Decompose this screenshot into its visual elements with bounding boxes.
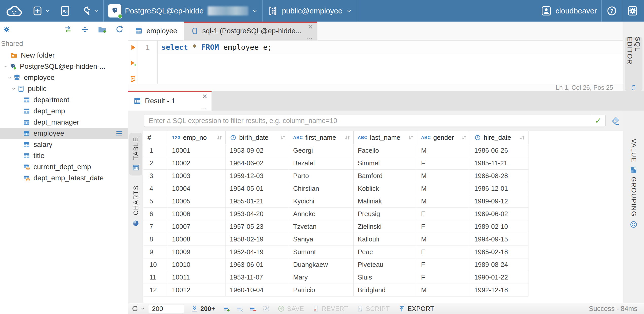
row-number-cell[interactable]: 11: [143, 271, 168, 284]
data-cell[interactable]: Piveteau: [354, 258, 417, 271]
user-menu-button[interactable]: cloudbeaver: [536, 0, 601, 22]
export-button[interactable]: EXPORT: [398, 305, 434, 312]
data-cell[interactable]: 1986-12-01: [470, 182, 528, 195]
tab-menu-icon[interactable]: …: [201, 104, 207, 110]
data-cell[interactable]: Koblick: [354, 182, 417, 195]
new-connection-button[interactable]: [27, 0, 55, 22]
data-cell[interactable]: 1989-08-24: [470, 258, 528, 271]
filter-input[interactable]: [144, 115, 591, 127]
chevron-down-icon[interactable]: [10, 86, 17, 92]
settings-button[interactable]: [622, 0, 644, 22]
column-header-rownum[interactable]: #: [143, 131, 168, 144]
data-cell[interactable]: Bezalel: [289, 157, 354, 170]
data-cell[interactable]: Zielinski: [354, 220, 417, 233]
data-cell[interactable]: 10008: [168, 233, 226, 246]
data-cell[interactable]: Anneke: [289, 208, 354, 220]
revert-button[interactable]: REVERT: [312, 305, 348, 312]
panel-tab-value[interactable]: VALUE: [623, 139, 644, 174]
navigator-settings-button[interactable]: [2, 25, 11, 34]
data-cell[interactable]: Bridgland: [354, 284, 417, 296]
column-header-emp_no[interactable]: 123emp_no: [168, 131, 226, 144]
data-cell[interactable]: 10012: [168, 284, 226, 296]
add-row-button[interactable]: [223, 305, 230, 312]
data-cell[interactable]: 10005: [168, 195, 226, 208]
data-cell[interactable]: 1953-09-02: [226, 144, 289, 157]
refresh-tree-button[interactable]: [115, 25, 124, 34]
data-cell[interactable]: Facello: [354, 144, 417, 157]
data-cell[interactable]: 1957-05-23: [226, 220, 289, 233]
result-tab[interactable]: Result - 1 ✕ …: [128, 91, 212, 111]
data-cell[interactable]: 10010: [168, 258, 226, 271]
data-cell[interactable]: 10011: [168, 271, 226, 284]
row-limit-input[interactable]: [149, 305, 184, 313]
connection-selector[interactable]: PostgreSQL@ep-hidde: [104, 0, 262, 22]
execute-new-tab-button[interactable]: [129, 59, 137, 67]
fetch-more-button[interactable]: 200+: [191, 305, 215, 312]
tree-item-current-dept-emp[interactable]: current_dept_emp: [0, 161, 128, 172]
column-header-birth_date[interactable]: birth_date: [226, 131, 289, 144]
data-cell[interactable]: Patricio: [289, 284, 354, 296]
data-cell[interactable]: Preusig: [354, 208, 417, 220]
row-number-cell[interactable]: 3: [143, 170, 168, 182]
column-header-hire_date[interactable]: hire_date: [470, 131, 528, 144]
batch-edit-button[interactable]: [262, 305, 270, 312]
data-cell[interactable]: Sluis: [354, 271, 417, 284]
data-cell[interactable]: Sumant: [289, 246, 354, 258]
data-cell[interactable]: 10001: [168, 144, 226, 157]
tree-item-dept-emp[interactable]: dept_emp: [0, 106, 128, 117]
tab-sql-editor[interactable]: SQL EDITOR: [625, 37, 642, 91]
driver-manager-button[interactable]: [75, 0, 103, 22]
data-cell[interactable]: Saniya: [289, 233, 354, 246]
close-icon[interactable]: ✕: [308, 24, 313, 30]
presentation-tab-table[interactable]: TABLE: [129, 133, 142, 176]
data-cell[interactable]: Parto: [289, 170, 354, 182]
tree-item-title[interactable]: title: [0, 150, 128, 161]
sync-connection-button[interactable]: [63, 25, 72, 34]
data-cell[interactable]: 1955-01-21: [226, 195, 289, 208]
column-header-first_name[interactable]: ABCfirst_name: [289, 131, 354, 144]
data-cell[interactable]: Maliniak: [354, 195, 417, 208]
data-cell[interactable]: F: [417, 220, 470, 233]
row-menu-icon[interactable]: [115, 129, 123, 137]
sql-editor[interactable]: 1 select * FROM employee e;: [128, 41, 623, 84]
tab-menu-icon[interactable]: …: [307, 34, 313, 40]
execute-query-button[interactable]: [129, 44, 137, 51]
chevron-down-icon[interactable]: [6, 75, 13, 81]
tree-item-postgresql-ep-hidden-[interactable]: PostgreSQL@ep-hidden-...: [0, 61, 128, 72]
tree-item-dept-emp-latest-date[interactable]: dept_emp_latest_date: [0, 172, 128, 184]
apply-filter-button[interactable]: ✓: [591, 115, 605, 127]
data-cell[interactable]: 1990-01-22: [470, 271, 528, 284]
row-number-cell[interactable]: 5: [143, 195, 168, 208]
script-button[interactable]: SCRIPT: [356, 305, 390, 312]
sql-editor-button[interactable]: SQL: [55, 0, 75, 22]
delete-row-button[interactable]: [249, 305, 257, 312]
data-cell[interactable]: F: [417, 246, 470, 258]
data-cell[interactable]: Kalloufi: [354, 233, 417, 246]
data-cell[interactable]: 10006: [168, 208, 226, 220]
data-cell[interactable]: 1963-06-01: [226, 258, 289, 271]
data-cell[interactable]: 1989-06-02: [470, 208, 528, 220]
data-cell[interactable]: 10004: [168, 182, 226, 195]
data-cell[interactable]: 1954-05-01: [226, 182, 289, 195]
data-cell[interactable]: 1989-02-10: [470, 220, 528, 233]
code-line-1[interactable]: select * FROM employee e;: [158, 41, 623, 54]
data-cell[interactable]: 1989-09-12: [470, 195, 528, 208]
data-cell[interactable]: 1992-12-18: [470, 284, 528, 296]
tree-item-employee[interactable]: employee: [0, 128, 128, 139]
column-header-gender[interactable]: ABCgender: [417, 131, 470, 144]
clear-filter-button[interactable]: [610, 116, 620, 126]
code-area[interactable]: select * FROM employee e;: [158, 41, 623, 84]
tab-sql-1[interactable]: sql-1 (PostgreSQL@ep-hidde...✕…: [184, 22, 317, 40]
duplicate-row-button[interactable]: (+): [236, 305, 243, 312]
data-cell[interactable]: F: [417, 157, 470, 170]
data-cell[interactable]: Tzvetan: [289, 220, 354, 233]
data-cell[interactable]: 1960-10-04: [226, 284, 289, 296]
data-cell[interactable]: Georgi: [289, 144, 354, 157]
data-cell[interactable]: 1964-06-02: [226, 157, 289, 170]
data-cell[interactable]: 1958-02-19: [226, 233, 289, 246]
tree-item-salary[interactable]: salary: [0, 139, 128, 150]
schema-selector[interactable]: public@employee: [263, 0, 357, 22]
row-number-cell[interactable]: 6: [143, 208, 168, 220]
new-folder-button[interactable]: [97, 25, 107, 34]
data-cell[interactable]: 10002: [168, 157, 226, 170]
